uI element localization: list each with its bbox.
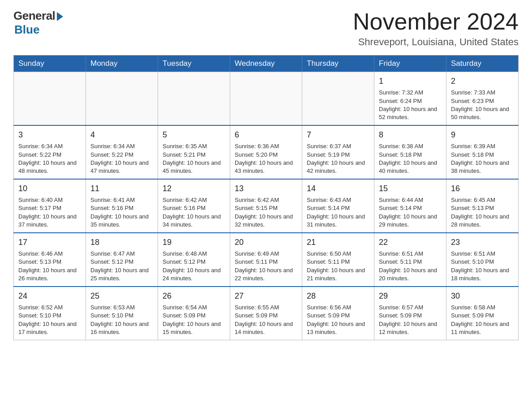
calendar-cell: 27Sunrise: 6:55 AMSunset: 5:09 PMDayligh… [230,287,302,340]
day-number: 7 [307,129,369,141]
calendar-cell: 29Sunrise: 6:57 AMSunset: 5:09 PMDayligh… [374,287,446,340]
day-info: Sunrise: 6:38 AMSunset: 5:18 PMDaylight:… [379,142,442,175]
day-info: Sunrise: 6:51 AMSunset: 5:11 PMDaylight:… [379,250,442,283]
day-info: Sunrise: 6:40 AMSunset: 5:17 PMDaylight:… [18,196,81,229]
calendar-cell: 30Sunrise: 6:58 AMSunset: 5:09 PMDayligh… [446,287,519,340]
calendar-cell: 3Sunrise: 6:34 AMSunset: 5:22 PMDaylight… [14,125,86,179]
day-number: 2 [451,76,514,87]
day-info: Sunrise: 6:56 AMSunset: 5:09 PMDaylight:… [307,304,369,336]
day-number: 13 [235,183,297,194]
weekday-header-wednesday: Wednesday [230,56,302,72]
day-info: Sunrise: 6:44 AMSunset: 5:14 PMDaylight:… [379,196,442,229]
day-info: Sunrise: 6:55 AMSunset: 5:09 PMDaylight:… [235,304,297,336]
weekday-header-sunday: Sunday [14,56,86,72]
day-number: 26 [163,291,225,302]
day-number: 12 [163,183,225,194]
day-info: Sunrise: 6:37 AMSunset: 5:19 PMDaylight:… [307,142,369,175]
day-info: Sunrise: 6:43 AMSunset: 5:14 PMDaylight:… [307,196,369,229]
day-info: Sunrise: 6:39 AMSunset: 5:18 PMDaylight:… [451,142,514,175]
day-number: 8 [379,129,442,141]
calendar-cell: 26Sunrise: 6:54 AMSunset: 5:09 PMDayligh… [158,287,230,340]
day-number: 11 [90,183,153,194]
title-area: November 2024 Shreveport, Louisiana, Uni… [353,9,519,48]
day-info: Sunrise: 6:36 AMSunset: 5:20 PMDaylight:… [235,142,297,175]
calendar-cell: 10Sunrise: 6:40 AMSunset: 5:17 PMDayligh… [14,179,86,233]
day-number: 22 [379,237,442,248]
day-info: Sunrise: 6:51 AMSunset: 5:10 PMDaylight:… [451,250,514,283]
day-info: Sunrise: 7:33 AMSunset: 6:23 PMDaylight:… [451,89,514,121]
calendar-table: SundayMondayTuesdayWednesdayThursdayFrid… [13,55,519,340]
day-number: 24 [18,291,81,302]
calendar-cell: 5Sunrise: 6:35 AMSunset: 5:21 PMDaylight… [158,125,230,179]
day-number: 19 [163,237,225,248]
calendar-cell: 4Sunrise: 6:34 AMSunset: 5:22 PMDaylight… [86,125,158,179]
calendar-cell: 1Sunrise: 7:32 AMSunset: 6:24 PMDaylight… [374,72,446,125]
logo: General Blue [13,9,63,37]
week-row-1: 1Sunrise: 7:32 AMSunset: 6:24 PMDaylight… [14,72,519,125]
day-number: 21 [307,237,369,248]
logo-general-text: General [13,9,55,23]
week-row-2: 3Sunrise: 6:34 AMSunset: 5:22 PMDaylight… [14,125,519,179]
calendar-cell: 20Sunrise: 6:49 AMSunset: 5:11 PMDayligh… [230,233,302,287]
calendar-cell: 17Sunrise: 6:46 AMSunset: 5:13 PMDayligh… [14,233,86,287]
day-number: 28 [307,291,369,302]
calendar-cell [158,72,230,125]
day-number: 1 [379,76,442,87]
logo-blue-text: Blue [14,23,39,37]
day-info: Sunrise: 6:34 AMSunset: 5:22 PMDaylight:… [18,142,81,175]
day-number: 10 [18,183,81,194]
month-title: November 2024 [353,9,519,34]
day-info: Sunrise: 6:57 AMSunset: 5:09 PMDaylight:… [379,304,442,336]
calendar-cell [86,72,158,125]
calendar-cell: 25Sunrise: 6:53 AMSunset: 5:10 PMDayligh… [86,287,158,340]
calendar-cell: 2Sunrise: 7:33 AMSunset: 6:23 PMDaylight… [446,72,519,125]
weekday-header-monday: Monday [86,56,158,72]
day-number: 27 [235,291,297,302]
calendar-cell: 6Sunrise: 6:36 AMSunset: 5:20 PMDaylight… [230,125,302,179]
day-number: 14 [307,183,369,194]
header: General Blue November 2024 Shreveport, L… [13,9,519,48]
day-info: Sunrise: 6:54 AMSunset: 5:09 PMDaylight:… [163,304,225,336]
calendar-cell: 7Sunrise: 6:37 AMSunset: 5:19 PMDaylight… [302,125,374,179]
week-row-3: 10Sunrise: 6:40 AMSunset: 5:17 PMDayligh… [14,179,519,233]
weekday-header-row: SundayMondayTuesdayWednesdayThursdayFrid… [14,56,519,72]
day-info: Sunrise: 6:52 AMSunset: 5:10 PMDaylight:… [18,304,81,336]
day-number: 9 [451,129,514,141]
day-number: 25 [90,291,153,302]
calendar-cell: 14Sunrise: 6:43 AMSunset: 5:14 PMDayligh… [302,179,374,233]
logo-arrow-icon [57,12,63,21]
week-row-4: 17Sunrise: 6:46 AMSunset: 5:13 PMDayligh… [14,233,519,287]
calendar-cell [230,72,302,125]
day-info: Sunrise: 6:42 AMSunset: 5:16 PMDaylight:… [163,196,225,229]
day-info: Sunrise: 6:45 AMSunset: 5:13 PMDaylight:… [451,196,514,229]
location-subtitle: Shreveport, Louisiana, United States [353,36,519,48]
day-info: Sunrise: 6:58 AMSunset: 5:09 PMDaylight:… [451,304,514,336]
weekday-header-tuesday: Tuesday [158,56,230,72]
calendar-cell: 8Sunrise: 6:38 AMSunset: 5:18 PMDaylight… [374,125,446,179]
calendar-cell [302,72,374,125]
weekday-header-thursday: Thursday [302,56,374,72]
day-info: Sunrise: 7:32 AMSunset: 6:24 PMDaylight:… [379,89,442,121]
day-info: Sunrise: 6:35 AMSunset: 5:21 PMDaylight:… [163,142,225,175]
day-number: 29 [379,291,442,302]
calendar-cell: 21Sunrise: 6:50 AMSunset: 5:11 PMDayligh… [302,233,374,287]
calendar-cell: 15Sunrise: 6:44 AMSunset: 5:14 PMDayligh… [374,179,446,233]
calendar-cell: 24Sunrise: 6:52 AMSunset: 5:10 PMDayligh… [14,287,86,340]
day-number: 18 [90,237,153,248]
day-info: Sunrise: 6:34 AMSunset: 5:22 PMDaylight:… [90,142,153,175]
day-number: 6 [235,129,297,141]
day-number: 30 [451,291,514,302]
day-info: Sunrise: 6:48 AMSunset: 5:12 PMDaylight:… [163,250,225,283]
day-info: Sunrise: 6:46 AMSunset: 5:13 PMDaylight:… [18,250,81,283]
day-info: Sunrise: 6:53 AMSunset: 5:10 PMDaylight:… [90,304,153,336]
calendar-cell: 18Sunrise: 6:47 AMSunset: 5:12 PMDayligh… [86,233,158,287]
calendar-cell: 28Sunrise: 6:56 AMSunset: 5:09 PMDayligh… [302,287,374,340]
day-number: 4 [90,129,153,141]
week-row-5: 24Sunrise: 6:52 AMSunset: 5:10 PMDayligh… [14,287,519,340]
calendar-cell: 19Sunrise: 6:48 AMSunset: 5:12 PMDayligh… [158,233,230,287]
calendar-cell: 16Sunrise: 6:45 AMSunset: 5:13 PMDayligh… [446,179,519,233]
day-number: 23 [451,237,514,248]
day-info: Sunrise: 6:49 AMSunset: 5:11 PMDaylight:… [235,250,297,283]
day-number: 15 [379,183,442,194]
day-number: 3 [18,129,81,141]
